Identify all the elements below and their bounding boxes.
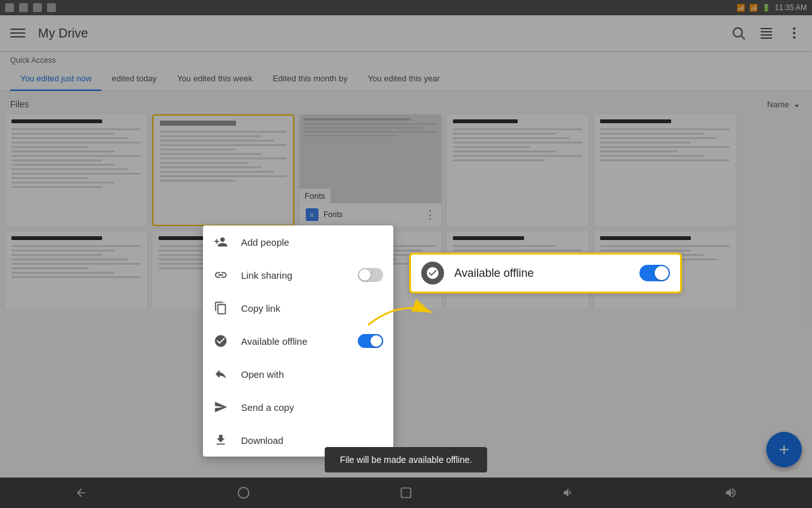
offline-highlight-icon (421, 262, 444, 284)
copy-link-icon (213, 300, 228, 316)
toggle-knob (370, 335, 382, 347)
link-sharing-toggle-container[interactable] (358, 268, 383, 282)
available-offline-toggle[interactable] (358, 334, 383, 348)
menu-item-link-sharing[interactable]: Link sharing (203, 258, 393, 291)
available-offline-label: Available offline (241, 336, 345, 347)
add-people-icon (213, 234, 228, 250)
available-offline-toggle-container[interactable] (358, 334, 383, 348)
menu-item-available-offline[interactable]: Available offline (203, 324, 393, 358)
link-sharing-toggle[interactable] (358, 268, 383, 282)
snackbar: File will be made available offline. (325, 447, 487, 472)
offline-highlight-label: Available offline (454, 267, 629, 280)
toggle-knob (359, 269, 370, 281)
link-icon (213, 267, 228, 283)
menu-item-send-copy[interactable]: Send a copy (203, 391, 393, 424)
download-icon (213, 432, 228, 448)
offline-icon (213, 333, 228, 349)
modal-overlay[interactable] (0, 0, 812, 508)
menu-item-copy-link[interactable]: Copy link (203, 291, 393, 324)
link-sharing-label: Link sharing (241, 270, 345, 281)
offline-highlight-box: Available offline (409, 253, 682, 293)
send-copy-label: Send a copy (241, 402, 383, 413)
offline-highlight-toggle[interactable] (639, 265, 670, 281)
menu-item-add-people[interactable]: Add people (203, 225, 393, 258)
open-with-icon (213, 366, 228, 382)
menu-item-open-with[interactable]: Open with (203, 358, 393, 391)
send-copy-icon (213, 399, 228, 415)
offline-highlight-knob (655, 266, 669, 280)
download-label: Download (241, 435, 383, 446)
open-with-label: Open with (241, 369, 383, 380)
copy-link-label: Copy link (241, 303, 383, 314)
context-menu: Add people Link sharing Copy link (203, 225, 393, 457)
snackbar-text: File will be made available offline. (340, 455, 472, 465)
add-people-label: Add people (241, 237, 383, 248)
